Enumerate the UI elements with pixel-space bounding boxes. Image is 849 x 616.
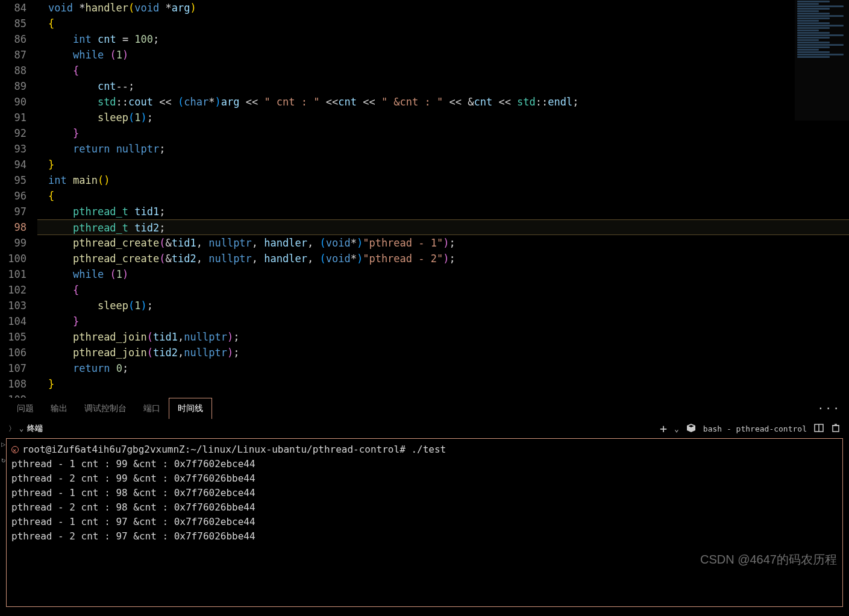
- code-editor[interactable]: void *handler(void *arg){ int cnt = 100;…: [37, 0, 849, 398]
- code-line[interactable]: std::cout << (char*)arg << " cnt : " <<c…: [37, 94, 849, 110]
- line-number: 100: [0, 251, 27, 266]
- code-line[interactable]: }: [37, 313, 849, 329]
- line-number: 92: [0, 125, 27, 141]
- line-number: 102: [0, 282, 27, 298]
- line-number: 104: [0, 313, 27, 329]
- code-line[interactable]: }: [37, 376, 849, 392]
- panel-tabs: 问题输出调试控制台端口时间线···: [0, 398, 849, 419]
- code-line[interactable]: sleep(1);: [37, 110, 849, 125]
- terminal-header: 〉 ⌄ 终端 + ⌄ bash - pthread-control: [0, 419, 849, 438]
- terminal-output-line: pthread - 1 cnt : 99 &cnt : 0x7f7602ebce…: [11, 457, 838, 471]
- line-number: 96: [0, 188, 27, 204]
- minimap[interactable]: [795, 0, 849, 121]
- line-number: 106: [0, 345, 27, 360]
- error-indicator-icon: [11, 446, 19, 453]
- panel-tab[interactable]: 端口: [135, 398, 169, 419]
- terminal-output-line: pthread - 2 cnt : 98 &cnt : 0x7f76026bbe…: [11, 500, 838, 515]
- line-number: 90: [0, 94, 27, 110]
- code-line[interactable]: {: [37, 282, 849, 298]
- code-line[interactable]: while (1): [37, 47, 849, 63]
- terminal-title: 终端: [27, 423, 43, 434]
- split-terminal-icon[interactable]: [814, 423, 824, 435]
- terminal-dropdown-icon[interactable]: ⌄: [674, 424, 679, 433]
- line-number: 108: [0, 376, 27, 392]
- line-number: 94: [0, 157, 27, 172]
- line-number: 86: [0, 31, 27, 47]
- terminal-output-line: pthread - 2 cnt : 99 &cnt : 0x7f76026bbe…: [11, 471, 838, 486]
- code-line[interactable]: pthread_t tid1;: [37, 204, 849, 219]
- line-number: 89: [0, 78, 27, 94]
- code-line[interactable]: pthread_create(&tid2, nullptr, handler, …: [37, 251, 849, 266]
- code-line[interactable]: pthread_join(tid2,nullptr);: [37, 345, 849, 360]
- line-number: 101: [0, 266, 27, 282]
- history-icon[interactable]: ↻: [1, 456, 5, 464]
- line-number-gutter: 8485868788899091929394959697989910010110…: [0, 0, 37, 398]
- line-number: 99: [0, 235, 27, 251]
- code-line[interactable]: int main(): [37, 172, 849, 188]
- line-number: 88: [0, 63, 27, 78]
- code-line[interactable]: [37, 392, 849, 398]
- line-number: 93: [0, 141, 27, 157]
- code-line[interactable]: {: [37, 188, 849, 204]
- terminal-left-rail: ▷ ↻: [1, 440, 5, 464]
- line-number: 107: [0, 360, 27, 376]
- panel-more-icon[interactable]: ···: [817, 402, 841, 415]
- shell-icon: [686, 423, 696, 435]
- terminal-output-line: pthread - 1 cnt : 98 &cnt : 0x7f7602ebce…: [11, 486, 838, 500]
- chevron-down-icon[interactable]: ⌄: [19, 424, 23, 433]
- code-line[interactable]: return nullptr;: [37, 141, 849, 157]
- code-line[interactable]: cnt--;: [37, 78, 849, 94]
- svg-rect-2: [833, 426, 839, 432]
- code-line[interactable]: {: [37, 16, 849, 31]
- line-number: 87: [0, 47, 27, 63]
- panel-tab[interactable]: 时间线: [169, 398, 212, 420]
- terminal-output-line: pthread - 1 cnt : 97 &cnt : 0x7f7602ebce…: [11, 515, 838, 529]
- new-terminal-button[interactable]: +: [660, 421, 667, 436]
- terminal-output[interactable]: root@iZuf6at4ih6u7gbg2vxumnZ:~/linux/Lin…: [6, 438, 843, 607]
- terminal-output-line: pthread - 2 cnt : 97 &cnt : 0x7f76026bbe…: [11, 529, 838, 544]
- code-line[interactable]: return 0;: [37, 360, 849, 376]
- code-line[interactable]: {: [37, 63, 849, 78]
- code-line[interactable]: while (1): [37, 266, 849, 282]
- line-number: 84: [0, 0, 27, 16]
- line-number: 103: [0, 298, 27, 313]
- kill-terminal-icon[interactable]: [831, 423, 841, 435]
- code-line[interactable]: pthread_t tid2;: [37, 219, 849, 235]
- panel-tab[interactable]: 调试控制台: [76, 398, 135, 419]
- line-number: 97: [0, 204, 27, 219]
- code-line[interactable]: void *handler(void *arg): [37, 0, 849, 16]
- chevron-right-icon[interactable]: 〉: [8, 424, 16, 434]
- run-indicator-icon[interactable]: ▷: [1, 440, 5, 448]
- shell-label[interactable]: bash - pthread-control: [703, 424, 807, 433]
- code-line[interactable]: int cnt = 100;: [37, 31, 849, 47]
- panel-tab[interactable]: 输出: [42, 398, 76, 419]
- code-line[interactable]: pthread_create(&tid1, nullptr, handler, …: [37, 235, 849, 251]
- panel-tab[interactable]: 问题: [8, 398, 42, 419]
- line-number: 95: [0, 172, 27, 188]
- line-number: 105: [0, 329, 27, 345]
- terminal-prompt-line: root@iZuf6at4ih6u7gbg2vxumnZ:~/linux/Lin…: [11, 442, 838, 457]
- code-line[interactable]: }: [37, 157, 849, 172]
- line-number: 98: [0, 219, 27, 235]
- line-number: 85: [0, 16, 27, 31]
- code-line[interactable]: pthread_join(tid1,nullptr);: [37, 329, 849, 345]
- code-line[interactable]: sleep(1);: [37, 298, 849, 313]
- code-line[interactable]: }: [37, 125, 849, 141]
- line-number: 91: [0, 110, 27, 125]
